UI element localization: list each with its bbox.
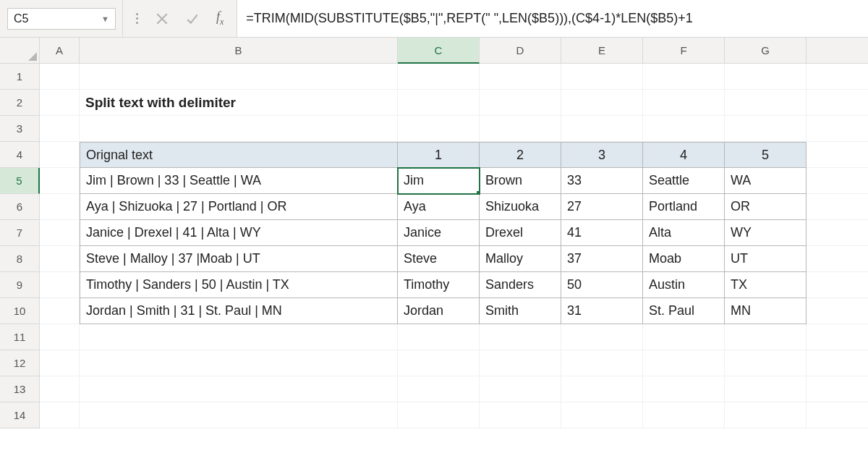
cell[interactable] [807, 246, 868, 272]
col-header-A[interactable]: A [40, 38, 80, 64]
cell[interactable] [80, 116, 398, 142]
table-row[interactable]: OR [725, 194, 807, 220]
cell[interactable] [807, 402, 868, 428]
cell[interactable] [807, 350, 868, 376]
table-header-3[interactable]: 3 [561, 142, 643, 168]
cell[interactable] [40, 376, 80, 402]
table-row[interactable]: TX [725, 272, 807, 298]
formula-bar[interactable]: =TRIM(MID(SUBSTITUTE($B5,"|",REPT(" ",LE… [237, 0, 868, 37]
cell[interactable] [725, 402, 807, 428]
cell[interactable] [725, 116, 807, 142]
cell[interactable] [40, 350, 80, 376]
cell[interactable] [561, 350, 643, 376]
cell[interactable] [725, 324, 807, 350]
cell[interactable] [561, 116, 643, 142]
col-header-B[interactable]: B [80, 38, 398, 64]
cell[interactable] [643, 64, 725, 90]
cell[interactable] [807, 168, 868, 194]
col-header-E[interactable]: E [561, 38, 643, 64]
cell[interactable] [807, 220, 868, 246]
table-row[interactable]: Drexel [480, 220, 561, 246]
table-row[interactable]: Brown [480, 168, 561, 194]
cell[interactable] [40, 64, 80, 90]
cell[interactable] [807, 194, 868, 220]
table-row[interactable]: Timothy | Sanders | 50 | Austin | TX [80, 272, 398, 298]
col-header-D[interactable]: D [480, 38, 561, 64]
table-row[interactable]: Smith [480, 298, 561, 324]
row-header-12[interactable]: 12 [0, 350, 40, 376]
cell[interactable] [398, 116, 480, 142]
table-row[interactable]: Timothy [398, 272, 480, 298]
cell[interactable] [480, 64, 561, 90]
row-header-2[interactable]: 2 [0, 90, 40, 116]
cell[interactable] [398, 324, 480, 350]
table-header-original[interactable]: Orignal text [80, 142, 398, 168]
cell[interactable] [40, 116, 80, 142]
table-row[interactable]: Seattle [643, 168, 725, 194]
cell[interactable] [807, 298, 868, 324]
cell[interactable] [80, 64, 398, 90]
cell[interactable] [40, 402, 80, 428]
cell[interactable] [398, 350, 480, 376]
name-box[interactable]: C5 ▼ [7, 8, 116, 30]
table-row[interactable]: WY [725, 220, 807, 246]
table-row[interactable]: UT [725, 246, 807, 272]
cell[interactable] [807, 90, 868, 116]
drag-handle-icon[interactable] [136, 13, 138, 24]
cell[interactable] [643, 350, 725, 376]
row-header-1[interactable]: 1 [0, 64, 40, 90]
table-row[interactable]: Shizuoka [480, 194, 561, 220]
cell[interactable] [643, 402, 725, 428]
cell[interactable] [725, 376, 807, 402]
table-row[interactable]: Moab [643, 246, 725, 272]
cell[interactable] [40, 324, 80, 350]
table-row[interactable]: 50 [561, 272, 643, 298]
cell[interactable] [643, 90, 725, 116]
cell[interactable] [561, 324, 643, 350]
select-all-corner[interactable] [0, 38, 40, 64]
table-row[interactable]: Janice | Drexel | 41 | Alta | WY [80, 220, 398, 246]
cell[interactable] [398, 402, 480, 428]
fx-icon[interactable]: fx [216, 9, 224, 28]
cell[interactable] [643, 324, 725, 350]
table-row[interactable]: Alta [643, 220, 725, 246]
row-header-11[interactable]: 11 [0, 324, 40, 350]
page-title[interactable]: Split text with delimiter [80, 90, 398, 116]
col-header-G[interactable]: G [725, 38, 807, 64]
table-row[interactable]: Sanders [480, 272, 561, 298]
row-header-10[interactable]: 10 [0, 298, 40, 324]
table-row[interactable]: 37 [561, 246, 643, 272]
cell[interactable] [398, 64, 480, 90]
table-row[interactable]: 31 [561, 298, 643, 324]
spreadsheet-grid[interactable]: A B C D E F G 1 2 Split text with delimi… [0, 38, 868, 428]
table-row[interactable]: Austin [643, 272, 725, 298]
cell[interactable] [80, 324, 398, 350]
cell[interactable] [40, 220, 80, 246]
cell[interactable] [480, 376, 561, 402]
table-row[interactable]: Jim | Brown | 33 | Seattle | WA [80, 168, 398, 194]
cell[interactable] [643, 376, 725, 402]
cell[interactable] [40, 168, 80, 194]
table-row[interactable]: WA [725, 168, 807, 194]
table-header-4[interactable]: 4 [643, 142, 725, 168]
cell[interactable] [398, 376, 480, 402]
cell[interactable] [480, 116, 561, 142]
cell[interactable] [480, 324, 561, 350]
table-row[interactable]: 27 [561, 194, 643, 220]
cell[interactable] [807, 116, 868, 142]
cancel-icon[interactable] [156, 12, 169, 25]
table-row[interactable]: Janice [398, 220, 480, 246]
table-row[interactable]: Jordan [398, 298, 480, 324]
row-header-7[interactable]: 7 [0, 220, 40, 246]
cell[interactable] [480, 402, 561, 428]
cell[interactable] [807, 324, 868, 350]
row-header-14[interactable]: 14 [0, 402, 40, 428]
cell[interactable] [561, 64, 643, 90]
table-row[interactable]: Steve | Malloy | 37 |Moab | UT [80, 246, 398, 272]
cell[interactable] [40, 90, 80, 116]
row-header-4[interactable]: 4 [0, 142, 40, 168]
row-header-8[interactable]: 8 [0, 246, 40, 272]
cell[interactable] [807, 272, 868, 298]
row-header-13[interactable]: 13 [0, 376, 40, 402]
table-row[interactable]: Aya | Shizuoka | 27 | Portland | OR [80, 194, 398, 220]
